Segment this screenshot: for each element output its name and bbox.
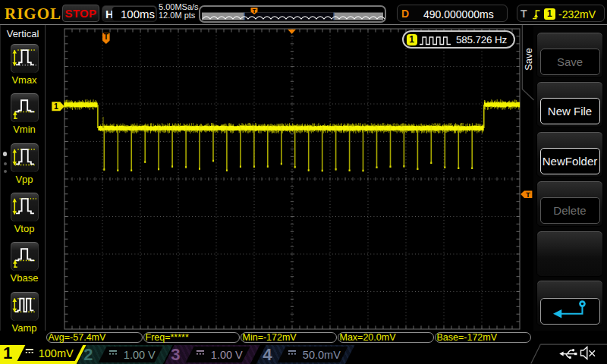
svg-text:T: T <box>104 33 109 41</box>
svg-text:T: T <box>526 190 530 199</box>
svg-text:1: 1 <box>54 102 58 111</box>
